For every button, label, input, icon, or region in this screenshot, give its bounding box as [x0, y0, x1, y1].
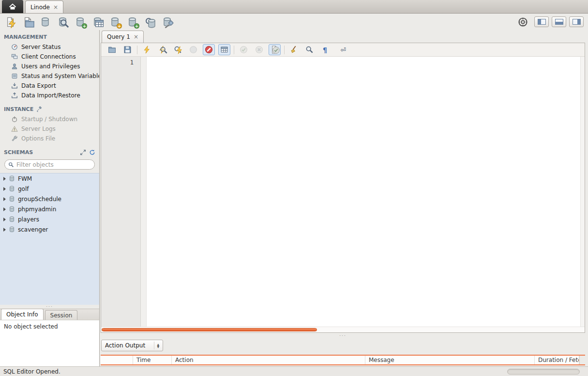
explain-button[interactable] — [172, 44, 184, 55]
toolbar-separator — [284, 46, 285, 54]
editor-vertical-scrollbar[interactable] — [580, 57, 585, 327]
sidebar-splitter-handle[interactable]: ··· — [0, 305, 99, 309]
magnifier-icon — [60, 18, 70, 29]
tools-icon — [36, 106, 43, 112]
search-icon — [8, 162, 14, 168]
toggle-bottom-panel-button[interactable] — [552, 16, 566, 27]
create-view-button[interactable]: + — [109, 16, 121, 28]
folder-icon — [108, 46, 116, 54]
create-table-button[interactable] — [91, 16, 104, 28]
save-script-button[interactable] — [121, 44, 134, 55]
output-splitter-handle[interactable]: ··· — [101, 333, 585, 339]
output-column-message[interactable]: Message — [365, 356, 535, 364]
close-icon[interactable]: × — [53, 4, 58, 10]
new-sql-tab-button[interactable] — [4, 16, 16, 28]
invisible-chars-toggle[interactable]: ¶ — [319, 44, 331, 55]
execute-current-button[interactable] — [156, 44, 168, 55]
output-column-action[interactable]: Action — [172, 356, 365, 364]
search-table-data-button[interactable] — [144, 16, 156, 28]
home-tab[interactable] — [2, 0, 23, 13]
output-column-blank[interactable] — [101, 356, 133, 364]
inspect-database-button[interactable] — [39, 16, 51, 28]
sidebar-item-data-import[interactable]: Data Import/Restore — [0, 91, 99, 100]
database-icon — [40, 17, 50, 27]
reconnect-database-button[interactable] — [161, 16, 173, 28]
commit-button[interactable] — [238, 44, 250, 55]
toggle-right-panel-button[interactable] — [569, 16, 584, 27]
create-procedure-button[interactable]: + — [126, 16, 138, 28]
open-sql-script-button[interactable] — [22, 16, 34, 28]
schema-item-fwm[interactable]: FWM — [0, 173, 99, 184]
output-type-select[interactable]: Action Output ▲▼ — [101, 340, 163, 351]
schema-label: phpmyadmin — [18, 206, 56, 213]
connection-tab-linode[interactable]: Linode × — [25, 0, 63, 13]
expander-arrow-icon[interactable] — [3, 218, 6, 221]
main-area: Query 1 × — [100, 30, 588, 366]
editor-toolbar: ¶ ⏎ — [101, 43, 585, 57]
toggle-left-panel-button[interactable] — [534, 16, 549, 27]
output-column-duration[interactable]: Duration / Fetch — [535, 356, 579, 364]
sidebar-item-server-status[interactable]: Server Status — [0, 42, 99, 52]
expander-arrow-icon[interactable] — [3, 187, 6, 191]
autocommit-toggle[interactable] — [269, 44, 281, 55]
inspect-table-button[interactable] — [57, 16, 69, 28]
stop-button[interactable] — [187, 44, 199, 55]
schema-icon — [9, 226, 15, 233]
expander-arrow-icon[interactable] — [3, 197, 6, 201]
schema-item-groupschedule[interactable]: groupSchedule — [0, 194, 99, 204]
status-text: SQL Editor Opened. — [3, 368, 60, 375]
sidebar-item-data-export[interactable]: Data Export — [0, 81, 99, 91]
schema-item-golf[interactable]: golf — [0, 184, 99, 194]
sidebar-item-label: Startup / Shutdown — [21, 116, 77, 123]
spinner-arrows-icon[interactable]: ▲▼ — [154, 342, 159, 349]
create-schema-button[interactable]: + — [74, 16, 86, 28]
output-column-time[interactable]: Time — [133, 356, 172, 364]
home-icon — [9, 3, 16, 11]
expander-arrow-icon[interactable] — [3, 228, 6, 232]
expander-arrow-icon[interactable] — [3, 207, 6, 211]
wrap-text-toggle[interactable]: ⏎ — [334, 44, 347, 55]
code-input-area[interactable] — [147, 57, 580, 327]
schema-item-scavenger[interactable]: scavenger — [0, 224, 99, 235]
sidebar-item-options-file[interactable]: Options File — [0, 134, 99, 143]
sidebar-item-startup-shutdown[interactable]: Startup / Shutdown — [0, 114, 99, 124]
expand-icon[interactable] — [80, 149, 86, 156]
stop-on-error-toggle[interactable] — [203, 44, 215, 55]
limit-rows-toggle[interactable] — [218, 44, 230, 55]
sidebar-item-system-variables[interactable]: Status and System Variables — [0, 71, 99, 81]
magnifier-icon — [305, 46, 314, 54]
folder-icon — [25, 18, 35, 29]
find-button[interactable] — [303, 44, 316, 55]
schema-item-phpmyadmin[interactable]: phpmyadmin — [0, 204, 99, 214]
sidebar-item-label: Status and System Variables — [21, 73, 99, 79]
sidebar-item-label: Data Export — [21, 82, 56, 89]
beautify-button[interactable] — [288, 44, 300, 55]
sidebar-item-client-connections[interactable]: Client Connections — [0, 52, 99, 62]
editor-horizontal-scrollbar[interactable] — [101, 327, 585, 332]
tab-query-1[interactable]: Query 1 × — [102, 31, 144, 43]
schema-list: FWM golf groupSchedule phpmyadmin — [0, 173, 99, 305]
gear-button[interactable] — [517, 16, 529, 28]
rollback-button[interactable] — [253, 44, 265, 55]
tab-session[interactable]: Session — [45, 310, 78, 320]
tab-object-info[interactable]: Object Info — [1, 309, 44, 320]
scrollbar-thumb[interactable] — [102, 328, 317, 331]
schema-label: players — [18, 216, 39, 223]
close-icon[interactable]: × — [134, 34, 138, 40]
status-progress-well — [507, 369, 580, 375]
sidebar-item-label: Server Logs — [21, 125, 56, 132]
column-label: Message — [369, 357, 394, 363]
schema-filter-input[interactable] — [16, 161, 91, 168]
output-vertical-scrollbar[interactable] — [579, 356, 585, 364]
sidebar-item-users-privileges[interactable]: Users and Privileges — [0, 62, 99, 71]
expander-arrow-icon[interactable] — [3, 177, 6, 181]
refresh-icon[interactable] — [89, 149, 95, 156]
instance-section-header: INSTANCE — [0, 100, 99, 114]
sidebar-item-server-logs[interactable]: Server Logs — [0, 124, 99, 134]
schema-filter-box — [4, 159, 95, 170]
sidebar: MANAGEMENT Server Status Client Connecti… — [0, 30, 100, 366]
execute-button[interactable] — [141, 44, 153, 55]
open-file-button[interactable] — [106, 44, 118, 55]
gear-icon — [518, 17, 528, 27]
schema-item-players[interactable]: players — [0, 214, 99, 224]
